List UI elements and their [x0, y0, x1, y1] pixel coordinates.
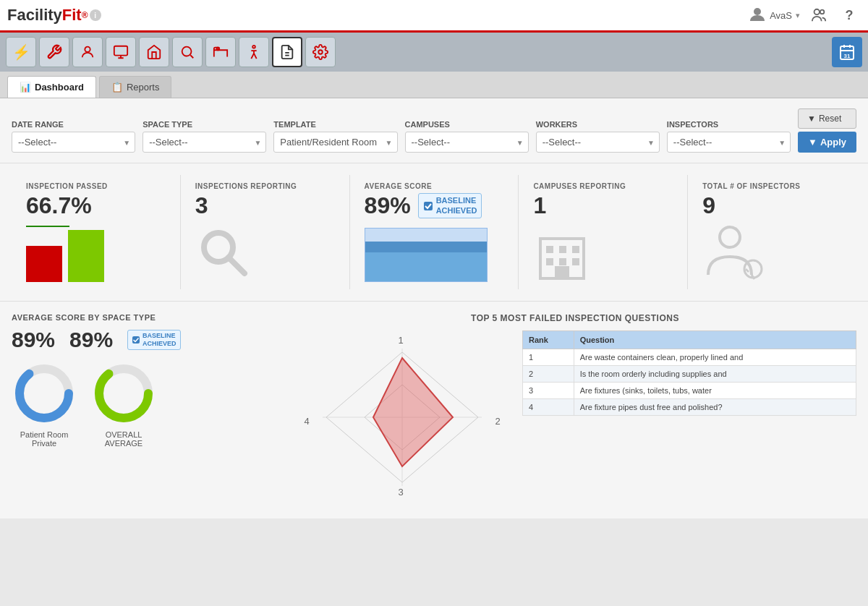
donut-overall: OVERALL AVERAGE — [91, 361, 156, 448]
stat-person-area — [702, 224, 842, 282]
baseline-badge-text: BASELINEACHIEVED — [436, 196, 477, 215]
help-icon[interactable]: ? — [838, 4, 861, 27]
score-bar-fill — [365, 252, 487, 281]
tab-dashboard[interactable]: 📊 Dashboard — [7, 76, 96, 98]
tab-reports[interactable]: 📋 Reports — [99, 76, 172, 98]
svg-text:3: 3 — [398, 487, 403, 498]
table-header-row: Rank Question — [523, 331, 856, 349]
tabs-bar: 📊 Dashboard 📋 Reports — [0, 72, 868, 98]
space-type-wrapper: --Select-- — [142, 132, 266, 153]
donut-overall-svg — [91, 361, 156, 426]
stat-campuses-reporting: CAMPUSES REPORTING 1 — [519, 175, 688, 289]
svg-line-18 — [229, 257, 244, 273]
bed-tool-button[interactable] — [205, 37, 236, 67]
rank-4: 4 — [523, 399, 574, 416]
bar-chart-bars — [26, 230, 104, 282]
date-range-filter: Date Range --Select-- — [12, 120, 135, 153]
workers-wrapper: --Select-- — [536, 132, 660, 153]
avg-score-title: AVERAGE SCORE BY SPACE TYPE — [12, 313, 279, 322]
date-range-select[interactable]: --Select-- — [12, 132, 135, 153]
dashboard-tab-icon: 📊 — [20, 82, 31, 93]
logo-text: FacilityFit — [7, 6, 82, 25]
building-graphic-svg — [533, 224, 591, 282]
avg-baseline-text: BASELINEACHIEVED — [142, 332, 176, 348]
table-body: 1 Are waste containers clean, properly l… — [523, 349, 856, 416]
wrench-tool-button[interactable] — [39, 37, 69, 67]
stat-inspections-reporting: INSPECTIONS REPORTING 3 — [181, 175, 350, 289]
stat-search-icon-area — [195, 224, 335, 282]
app-logo: FacilityFit®i — [7, 6, 101, 25]
stat-average-score-value: 89% — [365, 193, 411, 218]
header-right: AvaS ▾ ? — [749, 4, 861, 27]
filter-icon: ▼ — [807, 114, 816, 124]
logo-registered: ® — [82, 10, 88, 20]
app-header: FacilityFit®i AvaS ▾ ? — [0, 0, 868, 33]
user-avatar-icon — [749, 6, 766, 25]
svg-rect-32 — [132, 336, 140, 343]
table-area: Rank Question 1 Are waste containers cle… — [522, 330, 856, 504]
donut-overall-label: OVERALL AVERAGE — [105, 430, 142, 448]
svg-rect-22 — [559, 246, 566, 253]
svg-point-28 — [720, 227, 740, 247]
svg-line-6 — [190, 55, 193, 58]
reset-label: Reset — [819, 114, 841, 124]
template-wrapper: Patient/Resident Room — [273, 132, 397, 153]
document-tool-button[interactable] — [272, 37, 302, 67]
logo-info-icon[interactable]: i — [90, 9, 101, 21]
people-tool-button[interactable] — [72, 37, 103, 67]
score-bar-mid — [365, 242, 487, 252]
check-icon — [423, 201, 433, 211]
col-question: Question — [574, 331, 856, 349]
stat-total-inspectors-label: TOTAL # OF INSPECTORS — [702, 182, 842, 190]
svg-text:4: 4 — [304, 416, 309, 427]
stat-inspections-reporting-label: INSPECTIONS REPORTING — [195, 182, 335, 190]
settings-tool-button[interactable] — [305, 37, 336, 67]
calendar-button[interactable]: 31 — [832, 37, 862, 67]
reset-button[interactable]: ▼ Reset — [798, 108, 856, 129]
date-range-wrapper: --Select-- — [12, 132, 135, 153]
stat-average-score: AVERAGE SCORE 89% BASELINEACHIEVED — [350, 175, 519, 289]
stat-total-inspectors-value: 9 — [702, 193, 842, 218]
stat-building-area — [533, 224, 673, 282]
rank-2: 2 — [523, 366, 574, 383]
bar-green — [68, 230, 104, 282]
space-type-filter: Space Type --Select-- — [142, 120, 266, 153]
home-tool-button[interactable] — [139, 37, 169, 67]
bottom-section: AVERAGE SCORE BY SPACE TYPE 89% 89% BASE… — [0, 302, 868, 518]
bar-green-line — [26, 226, 69, 227]
inspectors-select[interactable]: --Select-- — [667, 132, 791, 153]
main-toolbar: ⚡ 31 — [0, 33, 868, 72]
template-select[interactable]: Patient/Resident Room — [273, 132, 397, 153]
workers-filter: Workers --Select-- — [536, 120, 660, 153]
question-1: Are waste containers clean, properly lin… — [574, 349, 856, 366]
svg-point-11 — [318, 50, 323, 54]
campuses-select[interactable]: --Select-- — [405, 132, 529, 153]
reports-tab-label: Reports — [127, 82, 160, 93]
inspectors-wrapper: --Select-- — [667, 132, 791, 153]
stat-average-score-label: AVERAGE SCORE — [365, 182, 504, 190]
donut-patient-svg — [12, 361, 77, 426]
svg-rect-26 — [572, 258, 579, 265]
user-dropdown-icon[interactable]: ▾ — [796, 11, 800, 20]
question-4: Are fixture pipes dust free and polished… — [574, 399, 856, 416]
space-type-select[interactable]: --Select-- — [142, 132, 266, 153]
accessibility-tool-button[interactable] — [239, 37, 269, 67]
search-tool-button[interactable] — [172, 37, 203, 67]
user-name[interactable]: AvaS — [770, 10, 792, 21]
question-3: Are fixtures (sinks, toilets, tubs, wate… — [574, 383, 856, 399]
stat-total-inspectors: TOTAL # OF INSPECTORS 9 — [688, 175, 856, 289]
apply-button[interactable]: ▼ Apply — [798, 132, 856, 153]
rank-table: Rank Question 1 Are waste containers cle… — [522, 330, 856, 416]
monitor-tool-button[interactable] — [106, 37, 136, 67]
campuses-wrapper: --Select-- — [405, 132, 529, 153]
flash-tool-button[interactable]: ⚡ — [6, 37, 36, 67]
svg-rect-24 — [546, 258, 553, 265]
users-icon[interactable] — [807, 4, 830, 27]
workers-select[interactable]: --Select-- — [536, 132, 660, 153]
logo-fit: Fit — [62, 6, 82, 24]
bar-chart — [26, 226, 104, 282]
date-range-label: Date Range — [12, 120, 135, 129]
table-row: 2 Is the room orderly including supplies… — [523, 366, 856, 383]
campuses-label: Campuses — [405, 120, 529, 129]
stat-campuses-reporting-value: 1 — [533, 193, 673, 218]
